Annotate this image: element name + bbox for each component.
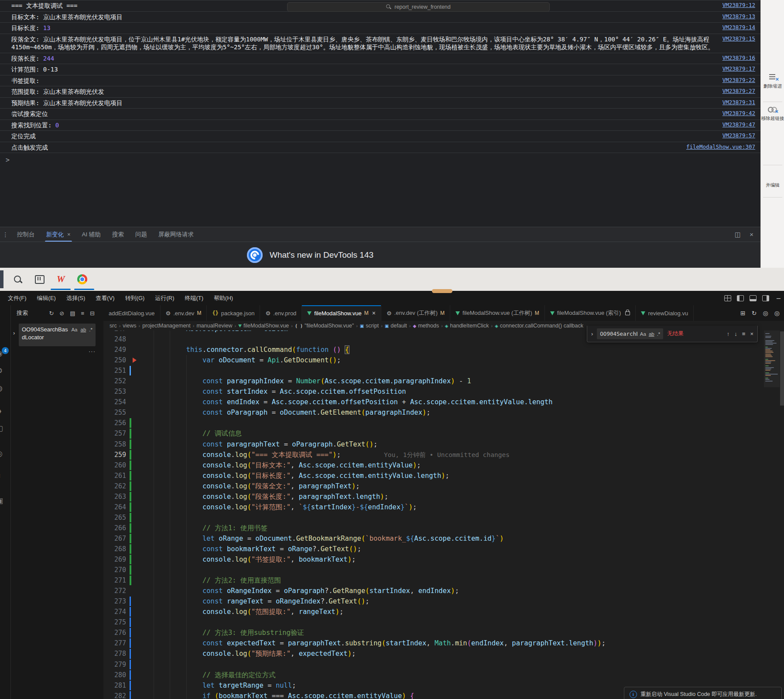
console-source-link[interactable]: VM23879:17 bbox=[722, 65, 755, 72]
code-line-274[interactable]: 274console.log("范围提取:", rangeText); bbox=[103, 607, 764, 617]
editor-scrollbar-thumb[interactable] bbox=[780, 331, 784, 406]
console-source-link[interactable]: VM23879:15 bbox=[722, 35, 755, 42]
breadcrumb-item[interactable]: views bbox=[123, 323, 136, 329]
line-number[interactable]: 282 bbox=[103, 691, 126, 699]
activity-chevron-icon[interactable]: ❯ bbox=[0, 406, 2, 416]
line-number[interactable]: 278 bbox=[103, 648, 126, 659]
editor-tab[interactable]: reviewDialog.vu bbox=[636, 305, 694, 321]
code-editor[interactable]: 247Asc.scope.ccitem = ccitem248249this.c… bbox=[103, 331, 784, 699]
line-number[interactable]: 253 bbox=[103, 386, 126, 397]
code-line-260[interactable]: 260console.log("目标文本:", Asc.scope.ccitem… bbox=[103, 460, 764, 471]
taskbar-task-view-icon[interactable] bbox=[35, 275, 45, 284]
line-number[interactable]: 265 bbox=[103, 512, 126, 523]
breadcrumb-item[interactable]: manualReview bbox=[196, 323, 232, 329]
console-prompt[interactable]: > bbox=[0, 153, 760, 164]
code-line-273[interactable]: 273const rangeText = oRangeIndex?.GetTex… bbox=[103, 596, 764, 607]
line-number[interactable]: 266 bbox=[103, 523, 126, 533]
devtools-tab-问题[interactable]: 问题 bbox=[130, 227, 153, 242]
split-editor-icon[interactable]: ⊞ bbox=[740, 310, 746, 317]
find-expand-icon[interactable]: › bbox=[591, 331, 593, 337]
breadcrumb-item[interactable]: fileModalShow.vue bbox=[238, 323, 289, 329]
line-number[interactable]: 263 bbox=[103, 491, 126, 502]
toggle-search-details-icon[interactable]: ··· bbox=[89, 348, 96, 355]
editor-tab[interactable]: ⚙.env.devM bbox=[161, 305, 207, 321]
find-close-icon[interactable]: × bbox=[750, 331, 753, 337]
devtools-close-icon[interactable]: × bbox=[750, 231, 753, 238]
breadcrumb-item[interactable]: ▣default bbox=[385, 323, 407, 329]
line-number[interactable]: 273 bbox=[103, 596, 126, 607]
code-line-252[interactable]: 252const paragraphIndex = Number(Asc.sco… bbox=[103, 376, 764, 386]
line-number[interactable]: 277 bbox=[103, 638, 126, 648]
console-source-link[interactable]: VM23879:12 bbox=[722, 2, 755, 8]
menu-编辑(E)[interactable]: 编辑(E) bbox=[32, 294, 61, 302]
line-number[interactable]: 280 bbox=[103, 670, 126, 680]
line-number[interactable]: 269 bbox=[103, 554, 126, 565]
code-line-258[interactable]: 258const paragraphText = oParagraph.GetT… bbox=[103, 439, 764, 450]
code-line-279[interactable]: 279 bbox=[103, 659, 764, 670]
match-case-toggle[interactable]: Aa bbox=[71, 327, 77, 332]
code-line-253[interactable]: 253const startIndex = Asc.scope.ccitem.o… bbox=[103, 386, 764, 397]
open-in-editor-icon[interactable]: ▤ bbox=[70, 310, 75, 317]
command-center-search[interactable]: report_review_frontend bbox=[287, 2, 550, 12]
tab-close-icon[interactable]: × bbox=[67, 231, 71, 238]
tab-close-icon[interactable]: × bbox=[372, 310, 376, 317]
activity-extension-icon[interactable]: ▢ bbox=[0, 424, 3, 433]
menu-查看(V)[interactable]: 查看(V) bbox=[90, 294, 120, 302]
line-number[interactable]: 268 bbox=[103, 544, 126, 554]
find-match-case-toggle[interactable]: Aa bbox=[640, 331, 646, 337]
code-line-275[interactable]: 275 bbox=[103, 617, 764, 627]
devtools-tab-搜索[interactable]: 搜索 bbox=[106, 227, 130, 242]
code-line-266[interactable]: 266// 方法1: 使用书签 bbox=[103, 523, 764, 533]
line-number[interactable]: 249 bbox=[103, 344, 126, 355]
toggle-sidebar-icon[interactable] bbox=[737, 295, 744, 301]
console-source-link[interactable]: VM23879:57 bbox=[722, 132, 755, 139]
activity-circle-icon[interactable]: ◎ bbox=[0, 449, 3, 458]
breadcrumb-item[interactable]: src bbox=[110, 323, 117, 329]
menu-文件(F)[interactable]: 文件(F) bbox=[3, 294, 32, 302]
regex-toggle[interactable]: .* bbox=[89, 327, 92, 332]
taskbar-search-icon[interactable] bbox=[13, 275, 23, 284]
line-number[interactable]: 259 bbox=[103, 450, 126, 460]
devtools-tab-控制台[interactable]: 控制台 bbox=[11, 227, 41, 242]
clear-results-icon[interactable]: ⊘ bbox=[59, 310, 64, 317]
line-number[interactable]: 264 bbox=[103, 502, 126, 512]
editor-tab[interactable]: fileModalShow.vue (索引) bbox=[545, 305, 636, 321]
devtools-tab-新变化[interactable]: 新变化× bbox=[41, 227, 76, 242]
toggle-secondary-sidebar-icon[interactable] bbox=[762, 295, 769, 301]
code-line-259[interactable]: 259console.log("=== 文本提取调试 ===");You, 1分… bbox=[103, 450, 764, 460]
console-source-link[interactable]: VM23879:42 bbox=[722, 110, 755, 116]
editor-tab[interactable]: ⚙.env.prod bbox=[260, 305, 302, 321]
code-line-277[interactable]: 277const expectedText = paragraphText.su… bbox=[103, 638, 764, 648]
code-line-256[interactable]: 256 bbox=[103, 418, 764, 428]
wps-tool-删除缩进[interactable]: 删除缩进 bbox=[761, 73, 784, 89]
breadcrumb-item[interactable]: ( )"fileModalShow.vue" bbox=[295, 323, 354, 329]
breadcrumb-item[interactable]: ◈connector.callCommand() callback bbox=[495, 323, 583, 329]
whole-word-toggle[interactable]: ab bbox=[81, 327, 86, 332]
code-line-272[interactable]: 272const oRangeIndex = oParagraph?.GetRa… bbox=[103, 586, 764, 596]
code-line-261[interactable]: 261console.log("目标长度:", Asc.scope.ccitem… bbox=[103, 471, 764, 481]
sync-icon[interactable]: ↻ bbox=[752, 310, 757, 317]
code-line-267[interactable]: 267let oRange = oDocument.GetBookmarkRan… bbox=[103, 533, 764, 544]
update-notification-toast[interactable]: i 重新启动 Visual Studio Code 即可应用最新更新. bbox=[624, 687, 782, 699]
line-number[interactable]: 260 bbox=[103, 460, 126, 471]
code-line-268[interactable]: 268const bookmarkText = oRange?.GetText(… bbox=[103, 544, 764, 554]
editor-tab[interactable]: ⚙.env.dev (工作树)M bbox=[381, 305, 450, 321]
code-line-251[interactable]: 251 bbox=[103, 365, 764, 376]
menu-运行(R)[interactable]: 运行(R) bbox=[150, 294, 179, 302]
line-number[interactable]: 274 bbox=[103, 607, 126, 617]
editor-tab[interactable]: fileModalShow.vue (工作树)M bbox=[450, 305, 545, 321]
line-number[interactable]: 256 bbox=[103, 418, 126, 428]
toggle-panel-icon[interactable] bbox=[750, 295, 757, 301]
line-number[interactable]: 262 bbox=[103, 481, 126, 491]
devtools-kebab-menu-icon[interactable]: ⋮ bbox=[0, 231, 11, 238]
console-source-link[interactable]: VM23879:13 bbox=[722, 13, 755, 20]
expand-replace-icon[interactable]: › bbox=[13, 330, 15, 336]
line-number[interactable]: 252 bbox=[103, 376, 126, 386]
line-number[interactable]: 254 bbox=[103, 397, 126, 407]
line-number[interactable]: 251 bbox=[103, 365, 126, 376]
run-icon[interactable]: ◎ bbox=[763, 310, 768, 317]
find-whole-word-toggle[interactable]: ab bbox=[649, 331, 654, 337]
find-next-icon[interactable]: ↓ bbox=[734, 331, 737, 337]
line-number[interactable]: 270 bbox=[103, 565, 126, 575]
console-source-link[interactable]: VM23879:22 bbox=[722, 77, 755, 83]
